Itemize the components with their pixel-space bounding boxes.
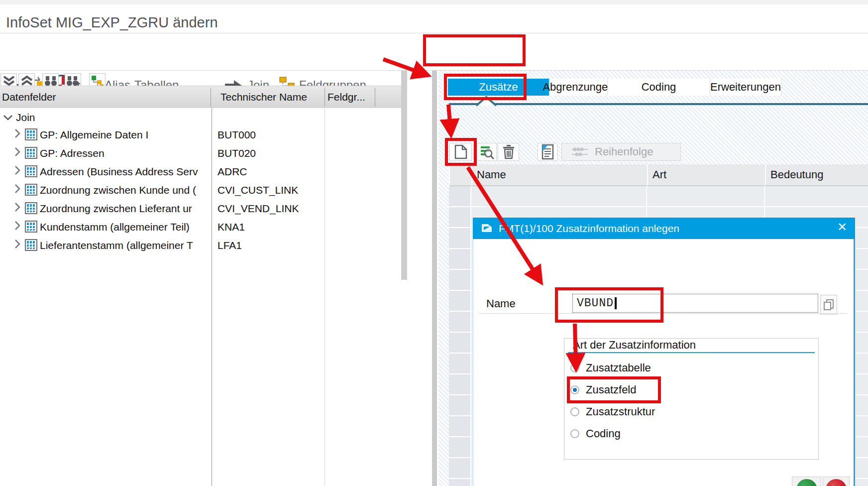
radio-option[interactable]: Zusatzfeld	[570, 382, 655, 397]
tree-table-row[interactable]: Lieferantenstamm (allgemeiner T LFA1	[0, 236, 401, 254]
display-icon	[479, 144, 494, 159]
table-icon	[25, 202, 37, 214]
radio-option[interactable]: Coding	[570, 426, 655, 441]
matchcode-button[interactable]	[820, 295, 837, 315]
radio-option-label: Coding	[586, 427, 621, 440]
tab[interactable]: Coding	[608, 79, 710, 96]
grid-header-art[interactable]: Art	[647, 164, 765, 186]
radio-button-icon[interactable]	[570, 385, 579, 394]
tree-table-row[interactable]: Kundenstamm (allgemeiner Teil) KNA1	[0, 218, 401, 236]
table-technical-name: KNA1	[217, 221, 245, 233]
matchcode-icon	[823, 298, 835, 311]
expand-chevron-icon[interactable]	[14, 202, 21, 212]
delete-trash-icon	[502, 144, 516, 159]
grid-header-name[interactable]: Name	[471, 164, 647, 186]
datafields-header-band: Datenfelder Technischer Name Feldgr...	[0, 86, 401, 108]
tree-root-label: Join	[16, 112, 35, 123]
radio-option-label: Zusatzstruktur	[586, 405, 655, 418]
expand-chevron-icon[interactable]	[14, 147, 21, 157]
table-description: Adressen (Business Address Serv	[40, 166, 212, 178]
table-technical-name: ADRC	[217, 166, 247, 178]
title-bar: InfoSet MIG_EXP_ZGRU ändern	[0, 4, 868, 33]
tree-scrollbar[interactable]	[401, 71, 407, 280]
tree-table-row[interactable]: GP: Adressen BUT020	[0, 144, 401, 162]
cancel-x-icon: ✕	[826, 479, 847, 486]
table-icon	[25, 221, 37, 233]
header-separator	[211, 88, 211, 107]
radio-button-icon[interactable]	[570, 364, 579, 372]
grid-column-line	[470, 186, 471, 486]
main-toolbar: Alias-Tabellen Join Feldgruppen	[0, 33, 868, 71]
table-description: Kundenstamm (allgemeiner Teil)	[40, 221, 212, 233]
art-radio-group: Zusatztabelle Zusatzfeld Zusatzstruktur …	[570, 361, 655, 441]
name-input[interactable]: VBUND	[572, 294, 818, 313]
continue-check-icon: ✓	[796, 479, 817, 486]
tab[interactable]: Erweiterungen	[710, 79, 781, 96]
collapse-chevron-icon[interactable]	[3, 114, 13, 121]
dialog-title: FMT(1)/100 Zusatzinformation anlegen	[499, 223, 679, 235]
art-group-underline	[568, 352, 815, 353]
table-icon	[25, 184, 37, 196]
table-technical-name: BUT020	[217, 147, 256, 159]
table-icon	[25, 165, 37, 177]
dialog-titlebar[interactable]: FMT(1)/100 Zusatzinformation anlegen ✕	[473, 218, 855, 239]
expand-chevron-icon[interactable]	[14, 239, 21, 249]
name-field-label: Name	[486, 297, 516, 310]
radio-button-icon[interactable]	[570, 407, 579, 416]
tab[interactable]: Abgrenzungen	[549, 79, 608, 96]
expand-chevron-icon[interactable]	[14, 221, 21, 231]
grid-corner-header	[449, 164, 471, 186]
delete-button[interactable]	[498, 143, 519, 161]
header-separator	[375, 88, 375, 107]
expand-chevron-icon[interactable]	[14, 165, 21, 175]
table-description: Zuordnung zwischen Kunde und (	[40, 184, 212, 196]
close-icon[interactable]: ✕	[837, 220, 847, 234]
sap-infoset-window: InfoSet MIG_EXP_ZGRU ändern Alias-Tabell…	[0, 0, 868, 486]
create-button[interactable]	[449, 143, 472, 161]
radio-option[interactable]: Zusatzstruktur	[570, 404, 655, 419]
table-icon	[25, 147, 37, 159]
cancel-button[interactable]: ✕	[823, 477, 850, 486]
display-button[interactable]	[477, 143, 497, 161]
tree-root-join[interactable]: Join	[0, 110, 398, 125]
tree-table-row[interactable]: Adressen (Business Address Serv ADRC	[0, 162, 401, 181]
tab[interactable]: Zusätze	[448, 79, 549, 96]
table-technical-name: BUT000	[217, 129, 256, 141]
continue-button[interactable]: ✓	[792, 477, 821, 486]
radio-option[interactable]: Zusatztabelle	[570, 361, 655, 375]
column-datenfelder: Datenfelder	[2, 91, 56, 103]
radio-option-label: Zusatztabelle	[586, 362, 651, 374]
table-icon	[25, 128, 37, 140]
expand-chevron-icon[interactable]	[14, 184, 21, 194]
table-technical-name: CVI_CUST_LINK	[217, 184, 298, 196]
change-documentation-button[interactable]	[538, 143, 557, 161]
radio-button-icon[interactable]	[570, 429, 579, 438]
create-icon	[454, 144, 467, 159]
table-description: GP: Adressen	[40, 147, 212, 159]
tree-table-row[interactable]: Zuordnung zwischen Kunde und ( CVI_CUST_…	[0, 181, 401, 199]
radio-option-label: Zusatzfeld	[586, 383, 637, 396]
dialog-separator	[479, 313, 847, 314]
datafields-tree: GP: Allgemeine Daten I BUT000 G	[0, 125, 401, 254]
header-separator	[325, 88, 325, 107]
page-title: InfoSet MIG_EXP_ZGRU ändern	[6, 14, 218, 31]
tabstrip-line	[449, 103, 868, 105]
reihenfolge-label: Reihenfolge	[595, 145, 653, 158]
expand-chevron-icon[interactable]	[14, 128, 21, 138]
text-cursor	[615, 297, 617, 309]
panel-splitter[interactable]	[432, 71, 437, 486]
table-technical-name: CVI_VEND_LINK	[217, 203, 299, 215]
table-description: Zuordnung zwischen Lieferant ur	[40, 203, 212, 215]
name-input-value: VBUND	[577, 297, 614, 310]
abacus-icon	[571, 146, 589, 157]
table-description: GP: Allgemeine Daten I	[40, 129, 212, 141]
document-icon	[541, 144, 554, 160]
table-technical-name: LFA1	[217, 240, 242, 251]
grid-header-bedeutung[interactable]: Bedeutung	[765, 164, 868, 186]
tree-table-row[interactable]: Zuordnung zwischen Lieferant ur CVI_VEND…	[0, 199, 401, 218]
column-feldgruppe: Feldgr...	[327, 91, 365, 103]
table-description: Lieferantenstamm (allgemeiner T	[40, 240, 212, 251]
art-group-title: Art der Zusatzinformation	[573, 339, 696, 352]
tree-table-row[interactable]: GP: Allgemeine Daten I BUT000	[0, 125, 401, 144]
reihenfolge-button[interactable]: Reihenfolge	[561, 143, 681, 161]
